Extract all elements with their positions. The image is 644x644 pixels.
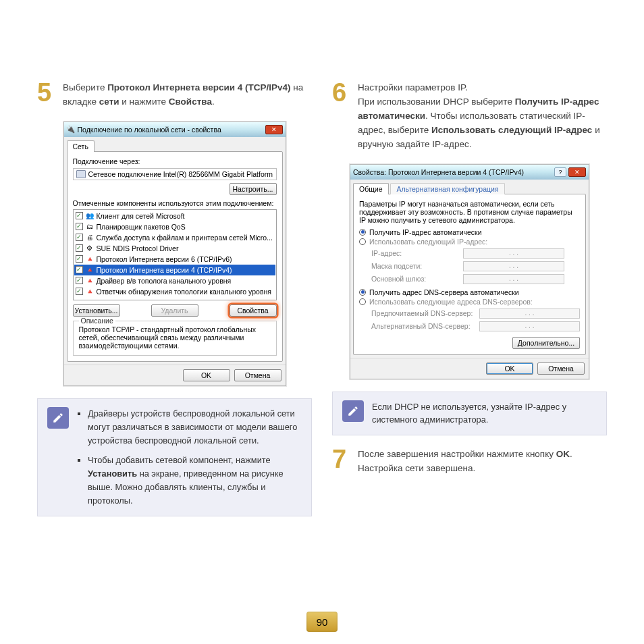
checkbox-icon[interactable]: ✓ — [76, 266, 83, 273]
lan-properties-dialog: 🔌 Подключение по локальной сети - свойст… — [63, 122, 286, 386]
uninstall-button: Удалить — [151, 304, 198, 317]
protocol-icon: 🔺 — [86, 266, 94, 274]
titlebar[interactable]: Свойства: Протокол Интернета версии 4 (T… — [350, 165, 589, 180]
checkbox-icon[interactable]: ✓ — [76, 244, 83, 252]
connect-via-label: Подключение через: — [73, 157, 277, 165]
note-2-text: Если DHCP не используется, узнайте IP-ад… — [372, 400, 597, 427]
dialog-title: Свойства: Протокол Интернета версии 4 (T… — [353, 168, 524, 176]
step-5: 5 Выберите Протокол Интернета версии 4 (… — [37, 81, 312, 109]
properties-button[interactable]: Свойства — [230, 304, 277, 317]
ok-button[interactable]: OK — [183, 369, 230, 381]
radio-icon — [359, 238, 366, 245]
pencil-icon — [342, 400, 364, 422]
gateway-input: . . . — [463, 274, 564, 284]
step-5-text: Выберите Протокол Интернета версии 4 (TC… — [63, 81, 312, 109]
dns1-input: . . . — [479, 308, 580, 319]
list-item: ✓🔺Протокол Интернета версии 6 (TCP/IPv6) — [74, 254, 275, 265]
checkbox-icon[interactable]: ✓ — [76, 223, 83, 230]
radio-icon — [359, 298, 366, 305]
dialog-title: Подключение по локальной сети - свойства — [78, 126, 221, 134]
page-number: 90 — [306, 612, 338, 632]
advanced-button[interactable]: Дополнительно... — [512, 337, 580, 349]
list-item: ✓👥Клиент для сетей Microsoft — [74, 211, 275, 221]
radio-auto-ip[interactable]: Получить IP-адрес автоматически — [359, 228, 580, 236]
checkbox-icon[interactable]: ✓ — [76, 277, 83, 284]
nic-field: Сетевое подключение Intel(R) 82566MM Gig… — [73, 168, 277, 180]
tab-alternative[interactable]: Альтернативная конфигурация — [390, 183, 504, 194]
list-item: ✓🗂Планировщик пакетов QoS — [74, 221, 275, 232]
list-item: ✓⚙SUE NDIS Protocol Driver — [74, 243, 275, 254]
ipv4-blurb: Параметры IP могут назначаться автоматич… — [359, 200, 580, 224]
component-list[interactable]: ✓👥Клиент для сетей Microsoft ✓🗂Планировщ… — [73, 209, 277, 300]
list-item: ✓🔺Драйвер в/в тополога канального уровня — [74, 275, 275, 286]
step-6-text: Настройки параметров IP. При использован… — [358, 81, 607, 152]
nic-name: Сетевое подключение Intel(R) 82566MM Gig… — [88, 170, 273, 178]
close-icon[interactable]: ✕ — [265, 125, 283, 134]
mask-label: Маска подсети: — [371, 262, 459, 270]
checkbox-icon[interactable]: ✓ — [76, 212, 83, 219]
info-note-1: Драйверы устройств беспроводной локально… — [37, 398, 312, 516]
step-number-5: 5 — [37, 81, 56, 109]
list-item: ✓🔺Ответчик обнаружения топологии канальн… — [74, 286, 275, 297]
description-label: Описание — [79, 317, 115, 325]
client-icon: 👥 — [86, 212, 94, 220]
pencil-icon — [47, 407, 69, 429]
ipv4-properties-dialog: Свойства: Протокол Интернета версии 4 (T… — [350, 164, 589, 379]
install-button[interactable]: Установить... — [73, 304, 120, 317]
step-number-6: 6 — [332, 81, 351, 152]
protocol-icon: 🔺 — [86, 255, 94, 263]
tab-general[interactable]: Общие — [353, 183, 389, 194]
radio-icon — [359, 289, 366, 296]
protocol-icon: 🔺 — [86, 277, 94, 285]
ip-label: IP-адрес: — [371, 249, 459, 257]
tab-network[interactable]: Сеть — [67, 140, 95, 152]
protocol-icon: ⚙ — [86, 244, 94, 252]
step-7: 7 После завершения настройки нажмите кно… — [332, 448, 607, 476]
step-7-text: После завершения настройки нажмите кнопк… — [358, 448, 607, 476]
help-icon[interactable]: ? — [554, 167, 566, 177]
protocol-icon: 🔺 — [86, 288, 94, 296]
cancel-button[interactable]: Отмена — [234, 369, 281, 381]
checkbox-icon[interactable]: ✓ — [76, 234, 83, 241]
radio-icon — [359, 229, 366, 236]
ok-button[interactable]: OK — [486, 363, 533, 375]
list-item: ✓🖨Служба доступа к файлам и принтерам се… — [74, 232, 275, 243]
note-1-list: Драйверы устройств беспроводной локально… — [77, 407, 302, 508]
network-icon: 🔌 — [67, 126, 75, 134]
dns1-label: Предпочитаемый DNS-сервер: — [371, 309, 475, 317]
titlebar[interactable]: 🔌 Подключение по локальной сети - свойст… — [64, 122, 286, 137]
nic-icon — [76, 170, 86, 178]
radio-manual-ip[interactable]: Использовать следующий IP-адрес: — [359, 238, 580, 246]
service-icon: 🗂 — [86, 223, 94, 231]
mask-input: . . . — [463, 261, 564, 271]
checkbox-icon[interactable]: ✓ — [76, 288, 83, 295]
radio-manual-dns[interactable]: Использовать следующие адреса DNS-сервер… — [359, 298, 580, 306]
ip-input: . . . — [463, 248, 564, 259]
step-6: 6 Настройки параметров IP. При использов… — [332, 81, 607, 152]
list-item-selected: ✓🔺Протокол Интернета версии 4 (TCP/IPv4) — [74, 265, 275, 275]
checkbox-icon[interactable]: ✓ — [76, 255, 83, 263]
description-group: Описание Протокол TCP/IP - стандартный п… — [73, 321, 277, 356]
info-note-2: Если DHCP не используется, узнайте IP-ад… — [332, 392, 607, 436]
close-icon[interactable]: ✕ — [568, 167, 586, 177]
step-number-7: 7 — [332, 448, 351, 476]
components-caption: Отмеченные компоненты используются этим … — [73, 199, 277, 207]
dns2-label: Альтернативный DNS-сервер: — [371, 322, 475, 330]
gateway-label: Основной шлюз: — [371, 275, 459, 283]
description-text: Протокол TCP/IP - стандартный протокол г… — [79, 325, 271, 350]
radio-auto-dns[interactable]: Получить адрес DNS-сервера автоматически — [359, 288, 580, 296]
service-icon: 🖨 — [86, 234, 94, 242]
configure-button[interactable]: Настроить... — [230, 183, 277, 195]
cancel-button[interactable]: Отмена — [537, 363, 585, 375]
dns2-input: . . . — [479, 321, 580, 331]
